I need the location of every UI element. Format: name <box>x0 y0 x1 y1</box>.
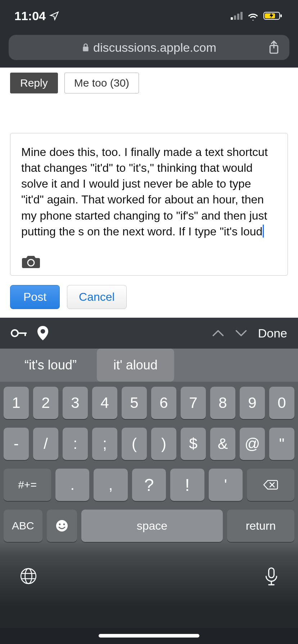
wifi-icon <box>247 11 259 20</box>
key-semicolon[interactable]: ; <box>92 428 117 460</box>
keyboard-accessory-bar: Done <box>0 318 298 349</box>
svg-point-12 <box>25 569 32 584</box>
svg-rect-1 <box>280 14 282 17</box>
key-backspace[interactable] <box>247 469 294 501</box>
key-more-symbols[interactable]: #+= <box>4 469 51 501</box>
globe-icon[interactable] <box>19 567 37 585</box>
previous-field-icon[interactable] <box>212 329 224 337</box>
keyboard-row-4: ABC space return <box>4 510 294 542</box>
key-9[interactable]: 9 <box>240 387 265 419</box>
post-action-row: Post Cancel <box>10 285 288 309</box>
reply-textarea[interactable]: Mine does this, too. I finally made a te… <box>10 133 288 276</box>
key-lparen[interactable]: ( <box>122 428 147 460</box>
post-button[interactable]: Post <box>10 285 60 309</box>
key-3[interactable]: 3 <box>63 387 88 419</box>
url-text: discussions.apple.com <box>93 41 216 55</box>
keyboard: 1 2 3 4 5 6 7 8 9 0 - / : ; ( ) $ & @ " … <box>0 382 298 542</box>
key-abc[interactable]: ABC <box>4 510 42 542</box>
password-key-icon[interactable] <box>11 328 27 338</box>
svg-point-9 <box>59 524 60 525</box>
key-dash[interactable]: - <box>4 428 29 460</box>
key-apostrophe[interactable]: ' <box>209 469 243 501</box>
key-4[interactable]: 4 <box>92 387 117 419</box>
key-period[interactable]: . <box>55 469 89 501</box>
predictive-text-bar: “it's loud” it' aloud <box>0 349 298 382</box>
camera-icon[interactable] <box>21 254 277 269</box>
svg-point-10 <box>63 524 65 525</box>
status-bar: 11:04 <box>0 0 298 32</box>
keyboard-row-1: 1 2 3 4 5 6 7 8 9 0 <box>4 387 294 419</box>
web-page: Reply Me too (30) Mine does this, too. I… <box>0 68 298 318</box>
svg-rect-13 <box>269 568 274 578</box>
thread-action-row: Reply Me too (30) <box>10 73 288 93</box>
key-question[interactable]: ? <box>132 469 166 501</box>
suggestion-2[interactable]: it' aloud <box>97 349 174 382</box>
key-rparen[interactable]: ) <box>151 428 176 460</box>
reply-text-content: Mine does this, too. I finally made a te… <box>21 146 271 238</box>
status-time: 11:04 <box>14 9 46 23</box>
browser-chrome: discussions.apple.com <box>0 32 298 68</box>
key-2[interactable]: 2 <box>33 387 58 419</box>
key-7[interactable]: 7 <box>181 387 206 419</box>
key-slash[interactable]: / <box>33 428 58 460</box>
home-indicator[interactable] <box>99 634 199 638</box>
text-cursor <box>263 225 264 238</box>
dictation-mic-icon[interactable] <box>264 567 279 586</box>
key-colon[interactable]: : <box>63 428 88 460</box>
key-emoji[interactable] <box>47 510 77 542</box>
svg-point-6 <box>12 330 18 336</box>
location-pin-icon[interactable] <box>37 326 48 340</box>
status-left: 11:04 <box>14 9 59 23</box>
status-right <box>231 11 284 20</box>
key-at[interactable]: @ <box>240 428 265 460</box>
svg-point-8 <box>56 520 68 532</box>
reply-button[interactable]: Reply <box>10 73 58 93</box>
cellular-signal-icon <box>231 12 243 20</box>
keyboard-row-2: - / : ; ( ) $ & @ " <box>4 428 294 460</box>
key-0[interactable]: 0 <box>269 387 294 419</box>
key-return[interactable]: return <box>227 510 294 542</box>
key-amp[interactable]: & <box>210 428 235 460</box>
key-6[interactable]: 6 <box>151 387 176 419</box>
svg-point-11 <box>21 569 36 584</box>
keyboard-row-3: #+= . , ? ! ' <box>4 469 294 501</box>
svg-rect-3 <box>83 47 88 51</box>
cancel-button[interactable]: Cancel <box>67 285 127 309</box>
url-bar[interactable]: discussions.apple.com <box>9 35 289 60</box>
share-icon[interactable] <box>268 40 280 55</box>
key-space[interactable]: space <box>81 510 223 542</box>
suggestion-1[interactable]: “it's loud” <box>10 349 91 382</box>
key-8[interactable]: 8 <box>210 387 235 419</box>
key-1[interactable]: 1 <box>4 387 29 419</box>
key-5[interactable]: 5 <box>122 387 147 419</box>
key-comma[interactable]: , <box>94 469 127 501</box>
key-quote[interactable]: " <box>269 428 294 460</box>
battery-charging-icon <box>263 11 284 20</box>
key-dollar[interactable]: $ <box>181 428 206 460</box>
keyboard-done-button[interactable]: Done <box>258 326 287 340</box>
next-field-icon[interactable] <box>235 329 247 337</box>
lock-icon <box>82 43 90 52</box>
me-too-button[interactable]: Me too (30) <box>64 73 139 93</box>
keyboard-bottom-area <box>0 542 298 628</box>
location-services-icon <box>49 11 59 21</box>
key-exclaim[interactable]: ! <box>170 469 204 501</box>
svg-point-7 <box>41 329 45 334</box>
